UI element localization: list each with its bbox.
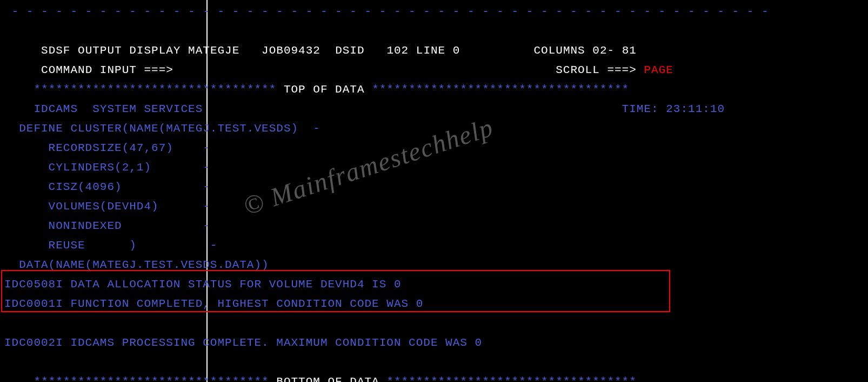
top-dashed-border: - - - - - - - - - - - - - - - - - - - - … bbox=[4, 2, 864, 22]
command-input-label: COMMAND INPUT ===> bbox=[34, 64, 173, 76]
empty-line2 bbox=[4, 314, 864, 333]
header-line: SDSF OUTPUT DISPLAY MATEGJE JOB09432 DSI… bbox=[4, 22, 864, 41]
line-label: LINE 0 bbox=[416, 44, 460, 57]
time-label: TIME: 23:11:10 bbox=[622, 103, 725, 115]
idc0002i-message: IDC0002I IDCAMS PROCESSING COMPLETE. MAX… bbox=[4, 333, 864, 353]
header-spacer2 bbox=[239, 44, 262, 57]
scroll-value[interactable]: PAGE bbox=[644, 64, 673, 76]
bottom-of-data-divider: ******************************** BOTTOM … bbox=[4, 353, 864, 372]
stars-right-bottom: ********************************** bbox=[379, 376, 637, 382]
command-input-field[interactable] bbox=[173, 64, 556, 76]
data-name-line: DATA(NAME(MATEGJ.TEST.VESDS.DATA)) bbox=[4, 255, 864, 275]
dsid-value: 102 bbox=[386, 44, 409, 57]
dsid-label: DSID bbox=[335, 44, 364, 57]
stars-left: ********************************* bbox=[34, 83, 283, 96]
cisz-line: CISZ(4096) - bbox=[4, 177, 864, 197]
define-cluster-line: DEFINE CLUSTER(NAME(MATEGJ.TEST.VESDS) - bbox=[4, 119, 864, 139]
cylinders-line: CYLINDERS(2,1) - bbox=[4, 158, 864, 177]
sdsf-output-display-label: SDSF OUTPUT DISPLAY bbox=[34, 44, 181, 57]
jobid: JOB09432 bbox=[262, 44, 321, 57]
recordsize-line: RECORDSIZE(47,67) - bbox=[4, 139, 864, 158]
reuse-line: REUSE ) - bbox=[4, 236, 864, 255]
header-spacer bbox=[181, 44, 188, 57]
volumes-line: VOLUMES(DEVHD4) - bbox=[4, 197, 864, 216]
columns-label: COLUMNS 02- 81 bbox=[533, 44, 636, 57]
idc0001i-message: IDC0001I FUNCTION COMPLETED, HIGHEST CON… bbox=[4, 294, 864, 314]
bottom-of-data-text: BOTTOM OF DATA bbox=[276, 376, 379, 382]
idcams-system-services: IDCAMS SYSTEM SERVICES bbox=[34, 103, 203, 115]
nonindexed-line: NONINDEXED - bbox=[4, 216, 864, 236]
scroll-label: SCROLL ===> bbox=[556, 64, 637, 76]
idc0508i-message: IDC0508I DATA ALLOCATION STATUS FOR VOLU… bbox=[4, 275, 864, 294]
top-of-data-text: TOP OF DATA bbox=[284, 83, 365, 96]
stars-right: *********************************** bbox=[365, 83, 630, 96]
jobname: MATEGJE bbox=[188, 44, 239, 57]
stars-left-bottom: ******************************** bbox=[34, 376, 276, 382]
